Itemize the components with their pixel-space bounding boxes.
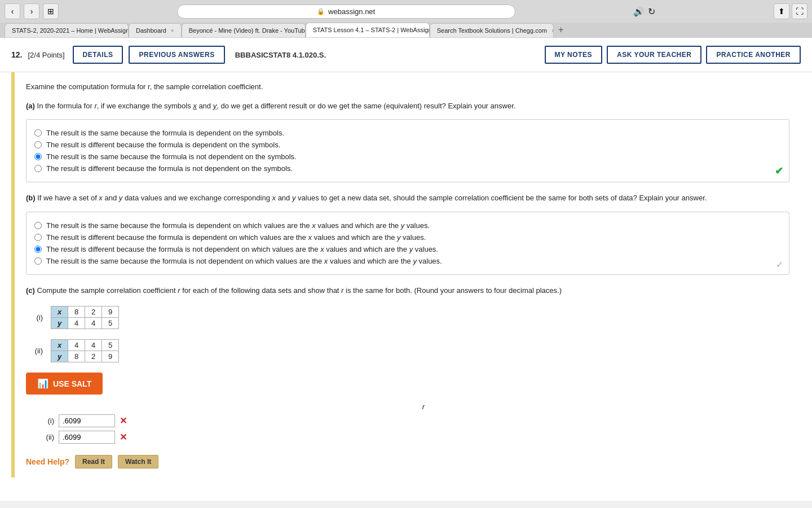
answer-ii-input[interactable] — [59, 431, 115, 444]
dataset-ii-y-label: y — [51, 351, 68, 362]
dataset-i-y-val-3: 5 — [102, 318, 119, 329]
browser-toolbar: ‹ › ⊞ 🔒 webassign.net 🔊 ↻ ⬆ ⛶ — [0, 0, 812, 23]
dataset-i-section: (i) x 8 2 9 y 4 4 5 — [26, 306, 789, 329]
r-column-label: r — [58, 402, 789, 411]
dataset-ii-table: x 4 4 5 y 8 2 9 — [51, 339, 119, 362]
practice-another-button[interactable]: PRACTICE ANOTHER — [706, 46, 801, 64]
part-b-option-2[interactable]: The result is different because the form… — [34, 233, 781, 242]
refresh-icon[interactable]: ↻ — [648, 6, 655, 17]
need-help-label: Need Help? — [26, 457, 69, 466]
tab-close-dashboard[interactable]: × — [171, 28, 174, 34]
dataset-ii-x-val-2: 4 — [85, 340, 102, 351]
tab-chegg[interactable]: Search Textbook Solutions | Chegg.com × — [430, 23, 554, 37]
problem-code: BBBASICSTAT8 4.1.020.S. — [235, 51, 326, 59]
dataset-ii-section: (ii) x 4 4 5 y 8 2 9 — [26, 339, 789, 362]
browser-tabs: STATS-2, 2020-2021 – Home | WebAssign × … — [0, 23, 812, 37]
dataset-ii-y-val-3: 9 — [102, 351, 119, 362]
tab-label-youtube: Beyoncé - Mine (Video) ft. Drake - YouTu… — [189, 27, 306, 34]
dataset-i-label: (i) — [26, 313, 43, 322]
browser-chrome: ‹ › ⊞ 🔒 webassign.net 🔊 ↻ ⬆ ⛶ STATS-2, 2… — [0, 0, 812, 38]
dataset-i-y-label: y — [51, 318, 68, 329]
dataset-i-y-val-1: 4 — [68, 318, 85, 329]
dataset-ii-y-val-1: 8 — [68, 351, 85, 362]
address-bar[interactable]: 🔒 webassign.net — [177, 5, 515, 19]
question-header: 12. [2/4 Points] DETAILS PREVIOUS ANSWER… — [0, 38, 812, 72]
part-c-text: (c) Compute the sample correlation coeff… — [26, 285, 789, 296]
part-b-option-3[interactable]: The result is different because the form… — [34, 245, 781, 253]
dataset-i-x-val-2: 2 — [85, 306, 102, 318]
browser-actions: ⬆ ⛶ — [774, 3, 807, 19]
new-tab-button[interactable]: + — [554, 23, 568, 37]
dataset-i-x-val-1: 8 — [68, 306, 85, 318]
part-a-options: The result is the same because the formu… — [26, 119, 789, 182]
tab-stats-home[interactable]: STATS-2, 2020-2021 – Home | WebAssign × — [5, 23, 129, 37]
dataset-i-wrapper: (i) x 8 2 9 y 4 4 5 — [26, 306, 789, 329]
part-b-text: (b) If we have a set of x and y data val… — [26, 192, 789, 204]
dataset-ii-x-label: x — [51, 340, 68, 351]
dataset-ii-label: (ii) — [26, 347, 43, 355]
address-text: webassign.net — [328, 7, 375, 16]
part-a-option-2[interactable]: The result is different because the form… — [34, 141, 781, 149]
use-salt-label: USE SALT — [53, 379, 91, 388]
part-b-option-1[interactable]: The result is the same because the formu… — [34, 221, 781, 230]
question-number: 12. — [11, 50, 22, 59]
tab-youtube[interactable]: Beyoncé - Mine (Video) ft. Drake - YouTu… — [182, 23, 306, 37]
salt-icon: 📊 — [37, 378, 48, 389]
back-button[interactable]: ‹ — [5, 3, 20, 19]
tab-label-stats-home: STATS-2, 2020-2021 – Home | WebAssign — [12, 27, 129, 34]
answer-i-wrong-icon: ✕ — [120, 415, 127, 426]
part-a-option-1[interactable]: The result is the same because the formu… — [34, 129, 781, 137]
forward-button[interactable]: › — [24, 3, 39, 19]
answer-ii-wrong-icon: ✕ — [120, 432, 127, 443]
watch-it-button[interactable]: Watch It — [118, 455, 158, 468]
header-buttons-right: MY NOTES ASK YOUR TEACHER PRACTICE ANOTH… — [545, 46, 801, 64]
points-badge: [2/4 Points] — [28, 51, 64, 59]
dataset-i-table: x 8 2 9 y 4 4 5 — [51, 306, 119, 329]
answer-i-input[interactable] — [59, 414, 115, 427]
tab-label-dashboard: Dashboard — [136, 27, 166, 34]
part-b-options: The result is the same because the formu… — [26, 212, 789, 275]
answer-row-ii: (ii) ✕ — [26, 431, 789, 444]
dataset-ii-x-val-1: 4 — [68, 340, 85, 351]
details-button[interactable]: DETAILS — [73, 46, 123, 64]
answer-i-label: (i) — [26, 417, 54, 425]
question-intro: Examine the computation formula for r, t… — [26, 81, 789, 93]
grid-button[interactable]: ⊞ — [43, 3, 59, 19]
need-help-section: Need Help? Read It Watch It — [26, 455, 789, 468]
page-content: 12. [2/4 Points] DETAILS PREVIOUS ANSWER… — [0, 38, 812, 501]
part-a-option-4[interactable]: The result is different because the form… — [34, 164, 781, 173]
part-a-checkmark: ✔ — [775, 165, 783, 177]
my-notes-button[interactable]: MY NOTES — [545, 46, 602, 64]
dataset-i-x-val-3: 9 — [102, 306, 119, 318]
answer-row-i: (i) ✕ — [26, 414, 789, 427]
tab-label-chegg: Search Textbook Solutions | Chegg.com — [437, 27, 547, 34]
dataset-ii-x-val-3: 5 — [102, 340, 119, 351]
answer-section: r (i) ✕ (ii) ✕ — [26, 402, 789, 444]
part-b-option-4[interactable]: The result is the same because the formu… — [34, 257, 781, 265]
answer-ii-label: (ii) — [26, 433, 54, 441]
dataset-i-y-val-2: 4 — [85, 318, 102, 329]
tab-dashboard[interactable]: Dashboard × — [129, 23, 182, 37]
dataset-ii-wrapper: (ii) x 4 4 5 y 8 2 9 — [26, 339, 789, 362]
part-b-checkmark: ✓ — [776, 259, 783, 270]
ask-teacher-button[interactable]: ASK YOUR TEACHER — [607, 46, 701, 64]
dataset-i-x-label: x — [51, 306, 68, 318]
question-body: Examine the computation formula for r, t… — [11, 72, 801, 478]
fullscreen-button[interactable]: ⛶ — [792, 3, 807, 19]
previous-answers-button[interactable]: PREVIOUS ANSWERS — [129, 46, 224, 64]
sound-icon: 🔊 — [633, 6, 645, 17]
use-salt-button[interactable]: 📊 USE SALT — [26, 373, 103, 395]
lock-icon: 🔒 — [317, 8, 325, 15]
part-a-text: (a) In the formula for r, if we exchange… — [26, 100, 789, 112]
part-a-option-3[interactable]: The result is the same because the formu… — [34, 152, 781, 161]
tab-label-webassign: STATS Lesson 4.1 – STATS-2 | WebAssign — [313, 27, 430, 33]
share-button[interactable]: ⬆ — [774, 3, 789, 19]
tab-webassign-active[interactable]: STATS Lesson 4.1 – STATS-2 | WebAssign × — [306, 23, 430, 37]
dataset-ii-y-val-2: 2 — [85, 351, 102, 362]
read-it-button[interactable]: Read It — [75, 455, 112, 468]
